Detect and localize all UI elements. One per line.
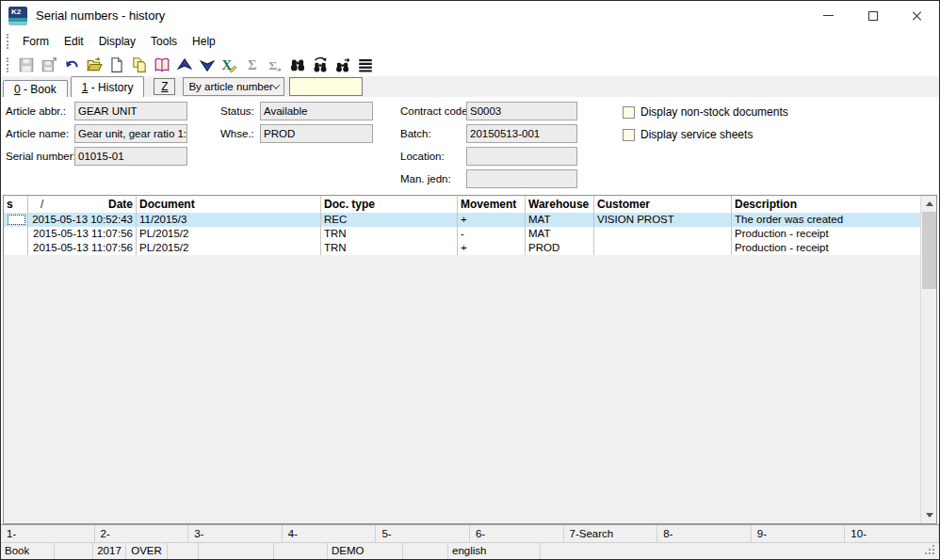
row-marker-cell: [4, 213, 28, 227]
man-jedn-label: Man. jedn:: [400, 169, 451, 188]
find-previous-icon[interactable]: [332, 55, 354, 75]
export-excel-icon[interactable]: X: [219, 55, 241, 75]
row-marker-cell: [4, 227, 28, 241]
contract-code-field[interactable]: S0003: [466, 102, 577, 120]
cell-doc-type: REC: [321, 213, 458, 227]
column-header-warehouse[interactable]: Warehouse: [526, 196, 594, 213]
menu-help[interactable]: Help: [185, 33, 223, 50]
find-icon[interactable]: [286, 55, 309, 75]
fnkey-6[interactable]: 6-: [470, 525, 564, 542]
fnkey-3[interactable]: 3-: [188, 525, 283, 542]
cell-doc-type: TRN: [321, 227, 458, 241]
cell-movement: +: [458, 213, 526, 227]
z-button[interactable]: Z: [154, 78, 175, 95]
menu-form[interactable]: Form: [15, 33, 57, 50]
man-jedn-field[interactable]: [466, 169, 577, 188]
cell-movement: +: [458, 241, 526, 255]
function-key-bar: 1- 2- 3- 4- 5- 6- 7-Search 8- 9- 10-: [1, 524, 939, 542]
location-field[interactable]: [466, 147, 577, 166]
scroll-down-icon: [926, 513, 933, 518]
maximize-button[interactable]: [851, 1, 895, 30]
menu-icon[interactable]: [354, 55, 377, 75]
tab-strip: 0 - Book 1 - History Z By article number: [1, 76, 939, 97]
scroll-up-button[interactable]: [921, 196, 937, 212]
contract-code-label: Contract code: [400, 102, 468, 120]
move-up-icon[interactable]: [173, 55, 196, 75]
book-icon[interactable]: [151, 55, 173, 75]
status-field[interactable]: Available: [260, 102, 373, 120]
cell-warehouse: PROD: [526, 241, 594, 255]
fnkey-9[interactable]: 9-: [752, 525, 846, 542]
article-abbr-field[interactable]: GEAR UNIT: [74, 102, 187, 120]
batch-field[interactable]: 20150513-001: [466, 124, 577, 143]
scroll-up-icon: [926, 201, 933, 206]
column-header-date[interactable]: / Date: [28, 196, 137, 213]
undo-icon[interactable]: [60, 55, 83, 75]
cell-warehouse: MAT: [526, 213, 594, 227]
cell-document: PL/2015/2: [137, 241, 321, 255]
table-row[interactable]: 2015-05-13 11:07:56 PL/2015/2 TRN - MAT …: [4, 227, 920, 241]
fnkey-7-search[interactable]: 7-Search: [564, 525, 658, 542]
display-non-stock-checkbox[interactable]: [623, 106, 635, 119]
status-empty-3: [199, 543, 274, 559]
sum-icon: Σ: [241, 55, 264, 75]
filter-dropdown[interactable]: By article number: [183, 77, 284, 96]
column-header-doc-type[interactable]: Doc. type: [321, 196, 458, 213]
status-label: Status:: [220, 102, 254, 120]
fnkey-5[interactable]: 5-: [376, 525, 470, 542]
toolbar-drag-handle[interactable]: [7, 57, 8, 72]
close-icon: [912, 10, 923, 22]
fnkey-10[interactable]: 10-: [845, 525, 939, 542]
cell-movement: -: [458, 227, 526, 241]
cell-customer: VISION PROST: [594, 213, 732, 227]
status-bar: Book 2017 OVER DEMO english: [1, 542, 939, 559]
save-icon: [15, 55, 38, 75]
fnkey-2[interactable]: 2-: [95, 525, 189, 542]
status-over: OVER: [126, 543, 168, 559]
whse-field[interactable]: PROD: [260, 124, 373, 143]
tab-history[interactable]: 1 - History: [71, 76, 145, 97]
column-header-document[interactable]: Document: [137, 196, 321, 213]
column-header-movement[interactable]: Movement: [458, 196, 526, 213]
move-down-icon[interactable]: [196, 55, 219, 75]
minimize-icon: [823, 15, 834, 16]
open-icon[interactable]: [83, 55, 105, 75]
menubar-drag-handle[interactable]: [7, 34, 8, 49]
resize-grip[interactable]: [925, 552, 927, 554]
fnkey-4[interactable]: 4-: [283, 525, 377, 542]
fnkey-1[interactable]: 1-: [1, 525, 95, 542]
table-row[interactable]: 2015-05-13 11:07:56 PL/2015/2 TRN + PROD…: [4, 241, 920, 255]
find-next-icon[interactable]: [309, 55, 332, 75]
scrollbar-thumb[interactable]: [922, 212, 936, 289]
display-service-sheets-checkbox[interactable]: [623, 129, 635, 141]
vertical-scrollbar[interactable]: [920, 196, 936, 523]
serial-number-label: Serial number:: [6, 147, 76, 166]
title-bar: K2 Serial numbers - history: [1, 1, 939, 30]
column-header-description[interactable]: Description: [732, 196, 920, 213]
app-icon-text: K2: [11, 8, 21, 16]
minimize-button[interactable]: [806, 1, 851, 30]
cell-document: PL/2015/2: [137, 227, 321, 241]
tab-book[interactable]: 0 - Book: [3, 80, 68, 97]
quick-search-input[interactable]: [289, 77, 363, 96]
display-non-stock-label: Display non-stock documents: [640, 106, 788, 119]
menu-edit[interactable]: Edit: [57, 33, 91, 50]
serial-number-field[interactable]: 01015-01: [74, 147, 187, 166]
display-service-sheets-label: Display service sheets: [640, 129, 753, 141]
copy-icon[interactable]: [128, 55, 151, 75]
focused-cell[interactable]: [8, 215, 25, 225]
article-name-field[interactable]: Gear unit, gear ratio 1:3: [74, 124, 187, 143]
window-controls: [806, 1, 939, 30]
column-header-customer[interactable]: Customer: [594, 196, 732, 213]
new-document-icon[interactable]: [105, 55, 128, 75]
table-row[interactable]: 2015-05-13 10:52:43 11/2015/3 REC + MAT …: [4, 213, 920, 227]
fnkey-8[interactable]: 8-: [657, 525, 752, 542]
scroll-down-button[interactable]: [921, 507, 937, 523]
window-title: Serial numbers - history: [36, 8, 165, 23]
column-header-s[interactable]: s: [4, 196, 28, 213]
menu-tools[interactable]: Tools: [143, 33, 185, 50]
grid-header-row: s / Date Document Doc. type Movement War…: [4, 196, 920, 213]
status-demo: DEMO: [328, 543, 403, 559]
menu-display[interactable]: Display: [91, 33, 143, 50]
close-button[interactable]: [895, 1, 939, 30]
